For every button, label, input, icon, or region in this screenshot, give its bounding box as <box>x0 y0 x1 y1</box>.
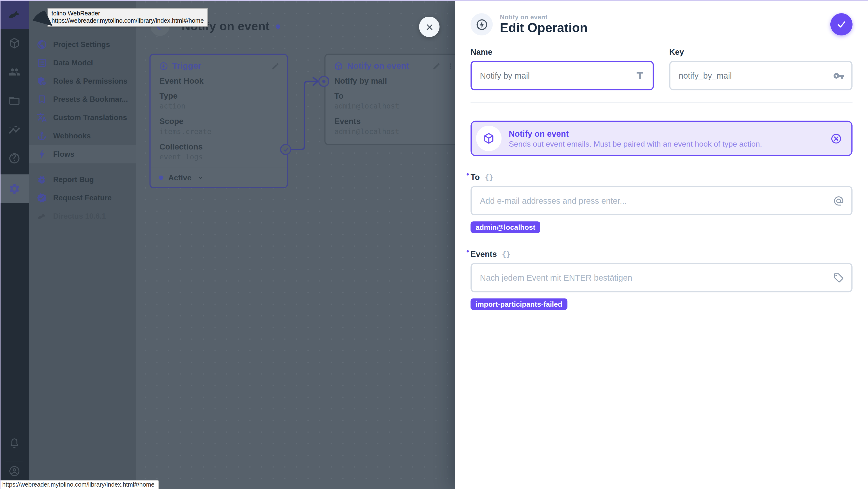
key-input[interactable] <box>670 71 851 80</box>
users-icon <box>8 66 21 78</box>
sidebar-label: Data Model <box>53 59 93 67</box>
save-button[interactable] <box>830 13 852 35</box>
drawer-header-icon <box>471 13 493 35</box>
trigger-field-value: event_logs <box>159 152 278 162</box>
check-icon <box>836 19 847 30</box>
events-field-group: Events {} import-participants-failed <box>471 250 852 310</box>
operation-field-label: Events <box>334 116 453 126</box>
notice-cube-icon-circle <box>476 126 501 151</box>
operation-card-title: Notify on event <box>347 61 429 71</box>
edit-pencil-icon[interactable] <box>271 62 279 70</box>
notice-description: Sends out event emails. Must be paired w… <box>509 139 829 149</box>
unsaved-changes-dot <box>276 24 280 29</box>
sidebar-label: Webhooks <box>53 132 91 140</box>
chevron-down-icon <box>196 174 204 182</box>
module-content[interactable] <box>0 29 29 57</box>
bell-icon <box>8 437 21 450</box>
browser-status-url: https://webreader.mytolino.com/library/i… <box>0 480 159 489</box>
module-insights[interactable] <box>0 115 29 144</box>
trigger-status-row[interactable]: Active <box>151 168 287 187</box>
sidebar-label: Request Feature <box>53 194 112 202</box>
globe-icon <box>37 39 47 50</box>
operation-input-node[interactable] <box>318 76 329 87</box>
cube-icon <box>483 132 495 145</box>
name-field-group: Name <box>471 48 654 90</box>
trigger-card-header: Trigger <box>151 55 287 71</box>
module-files[interactable] <box>0 86 29 115</box>
folder-icon <box>8 95 21 107</box>
sidebar-label: Project Settings <box>53 40 110 49</box>
email-tag[interactable]: admin@localhost <box>471 221 540 233</box>
sidebar-item-flows[interactable]: Flows <box>29 145 136 163</box>
trigger-name: Event Hook <box>159 76 278 86</box>
bolt-icon <box>37 149 47 160</box>
avatar-icon <box>8 465 21 478</box>
translate-icon <box>37 112 47 123</box>
sidebar-label: Report Bug <box>53 176 94 184</box>
sidebar-label: Presets & Bookmar... <box>53 95 128 103</box>
flow-canvas[interactable]: Notify on event Trigger Event Hook Type … <box>136 0 455 489</box>
sidebar-item-roles-permissions[interactable]: Roles & Permissions <box>29 72 136 90</box>
module-help[interactable] <box>0 144 29 173</box>
window-left-edge <box>0 0 0 489</box>
drawer-divider <box>471 102 852 103</box>
required-dot <box>467 173 469 176</box>
directus-logo[interactable] <box>0 0 29 29</box>
name-input-wrap <box>471 61 654 90</box>
operation-card[interactable]: Notify on event Notify by mail To admin@… <box>324 54 463 145</box>
name-label: Name <box>471 48 493 56</box>
module-bar <box>0 0 29 489</box>
required-dot <box>467 250 469 252</box>
operation-field-value: admin@localhost <box>334 127 453 137</box>
list-alt-icon <box>37 58 47 68</box>
events-input[interactable] <box>472 273 851 282</box>
module-settings[interactable] <box>0 174 29 203</box>
raw-value-toggle-icon[interactable]: {} <box>485 173 493 181</box>
events-input-wrap <box>471 263 852 293</box>
tooltip-title: tolino WebReader <box>52 10 204 17</box>
trigger-field-label: Type <box>159 91 278 101</box>
sidebar-label: Custom Translations <box>53 114 127 122</box>
sidebar-item-custom-translations[interactable]: Custom Translations <box>29 109 136 127</box>
edit-pencil-icon[interactable] <box>432 62 440 70</box>
raw-value-toggle-icon[interactable]: {} <box>502 250 510 258</box>
trigger-card[interactable]: Trigger Event Hook Type action Scope ite… <box>150 54 288 188</box>
sidebar-label: Flows <box>53 150 74 158</box>
drawer-close-button[interactable] <box>419 17 439 37</box>
module-users[interactable] <box>0 58 29 86</box>
tooltip-url: https://webreader.mytolino.com/library/i… <box>52 17 204 24</box>
sidebar-label: Roles & Permissions <box>53 77 127 85</box>
sidebar-item-presets-bookmarks[interactable]: Presets & Bookmar... <box>29 90 136 109</box>
help-icon <box>8 152 21 164</box>
shield-user-icon <box>37 76 47 87</box>
events-label: Events <box>471 250 497 258</box>
sidebar-item-webhooks[interactable]: Webhooks <box>29 127 136 145</box>
operation-field-value: admin@localhost <box>334 101 453 111</box>
event-tag[interactable]: import-participants-failed <box>471 299 567 310</box>
drawer-title: Edit Operation <box>500 21 830 35</box>
to-label: To <box>471 173 480 182</box>
sidebar-item-project-settings[interactable]: Project Settings <box>29 35 136 54</box>
to-input[interactable] <box>472 196 851 206</box>
notifications-button[interactable] <box>0 429 29 458</box>
sidebar-item-report-bug[interactable]: Report Bug <box>29 171 136 189</box>
key-label: Key <box>669 48 684 56</box>
trigger-resolve-node[interactable] <box>280 144 291 155</box>
more-vert-icon[interactable] <box>446 62 455 70</box>
settings-sidebar: Project Settings Data Model Roles & Perm… <box>29 0 136 489</box>
notice-dismiss-button[interactable] <box>829 132 842 145</box>
trigger-field-label: Collections <box>159 142 278 152</box>
cube-icon <box>334 61 343 71</box>
sidebar-item-request-feature[interactable]: Request Feature <box>29 189 136 207</box>
sidebar-version: Directus 10.6.1 <box>29 207 136 225</box>
verified-badge-icon <box>37 193 47 203</box>
anchor-icon <box>37 131 47 141</box>
key-field-group: Key <box>669 48 852 90</box>
operation-card-header: Notify on event <box>326 55 462 71</box>
title-icon <box>634 70 646 81</box>
version-label: Directus 10.6.1 <box>53 212 106 220</box>
status-dot <box>159 176 163 180</box>
rabbit-icon <box>7 7 22 22</box>
sidebar-item-data-model[interactable]: Data Model <box>29 54 136 72</box>
name-input[interactable] <box>472 71 653 80</box>
